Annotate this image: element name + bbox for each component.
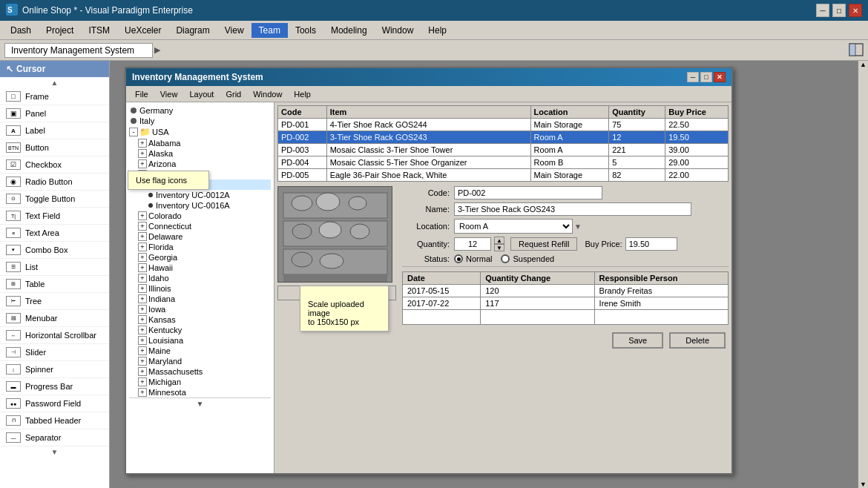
change-image-button[interactable]: Change Image xyxy=(277,286,396,300)
tree-node-alabama[interactable]: + Alabama xyxy=(129,138,271,148)
menu-tools[interactable]: Tools xyxy=(288,23,323,38)
sidebar-item-menubar[interactable]: ▤ Menubar xyxy=(0,310,109,327)
sidebar-item-progress-bar[interactable]: ▬ Progress Bar xyxy=(0,378,109,395)
tree-node-inventory-0016a[interactable]: Inventory UC-0016A xyxy=(129,200,271,211)
tree-node-kansas[interactable]: + Kansas xyxy=(129,314,271,325)
tree-node-indiana[interactable]: + Indiana xyxy=(129,294,271,304)
sidebar-item-spinner[interactable]: ↕ Spinner xyxy=(0,361,109,378)
history-row[interactable]: 2017-07-22 117 Irene Smith xyxy=(403,297,729,310)
history-row[interactable]: 2017-05-15 120 Brandy Freitas xyxy=(403,285,729,297)
menu-diagram[interactable]: Diagram xyxy=(168,23,217,38)
tree-node-california[interactable]: - California xyxy=(129,179,271,190)
sidebar-item-label[interactable]: A Label xyxy=(0,122,109,139)
name-input[interactable] xyxy=(454,202,691,216)
status-normal-radio[interactable] xyxy=(454,254,463,263)
location-select[interactable]: Room A Room B Main Storage xyxy=(454,219,573,234)
tree-node-minnesota[interactable]: + Minnesota xyxy=(129,387,271,398)
tree-node-arkansas[interactable]: + Arkansas xyxy=(129,169,271,179)
table-row[interactable]: PD-004 Mosaic Classic 5-Tier Shoe Organi… xyxy=(278,156,729,169)
massachusetts-expand[interactable]: + xyxy=(138,367,147,376)
main-scrollbar[interactable]: ▲ ▼ xyxy=(858,61,868,488)
request-refill-button[interactable]: Request Refill xyxy=(510,237,577,251)
tree-node-colorado[interactable]: + Colorado xyxy=(129,211,271,221)
hawaii-expand[interactable]: + xyxy=(138,263,147,272)
sidebar-item-separator[interactable]: — Separator xyxy=(0,429,109,446)
sidebar-item-text-area[interactable]: ≡ Text Area xyxy=(0,225,109,242)
florida-expand[interactable]: + xyxy=(138,243,147,251)
table-row[interactable]: PD-003 Mosaic Classic 3-Tier Shoe Tower … xyxy=(278,144,729,156)
tree-node-maine[interactable]: + Maine xyxy=(129,346,271,356)
tree-node-kentucky[interactable]: + Kentucky xyxy=(129,325,271,335)
inner-menu-view[interactable]: View xyxy=(154,88,184,100)
michigan-expand[interactable]: + xyxy=(138,377,147,386)
table-row[interactable]: PD-001 4-Tier Shoe Rack GOS244 Main Stor… xyxy=(278,119,729,131)
menu-project[interactable]: Project xyxy=(39,23,81,38)
menu-dash[interactable]: Dash xyxy=(3,23,39,38)
scroll-up-button[interactable]: ▲ xyxy=(860,61,867,68)
sidebar-item-horizontal-scrollbar[interactable]: ↔ Horizontal Scrollbar xyxy=(0,327,109,344)
idaho-expand[interactable]: + xyxy=(138,274,147,283)
usa-expand[interactable]: - xyxy=(129,128,138,136)
sidebar-scroll-down[interactable]: ▼ xyxy=(0,446,109,458)
maryland-expand[interactable]: + xyxy=(138,357,147,366)
maine-expand[interactable]: + xyxy=(138,346,147,355)
arizona-expand[interactable]: + xyxy=(138,159,147,168)
save-button[interactable]: Save xyxy=(612,332,663,349)
tree-node-delaware[interactable]: + Delaware xyxy=(129,231,271,242)
illinois-expand[interactable]: + xyxy=(138,284,147,293)
sidebar-item-table[interactable]: ⊞ Table xyxy=(0,276,109,293)
tree-node-michigan[interactable]: + Michigan xyxy=(129,377,271,387)
california-expand[interactable]: - xyxy=(138,180,147,189)
tree-node-germany[interactable]: Germany xyxy=(129,105,271,116)
menu-uexceler[interactable]: UeXceler xyxy=(117,23,168,38)
tree-node-connecticut[interactable]: + Connecticut xyxy=(129,221,271,231)
sidebar-item-button[interactable]: BTN Button xyxy=(0,139,109,156)
minimize-button[interactable]: ─ xyxy=(816,4,829,17)
menu-itsm[interactable]: ITSM xyxy=(81,23,117,38)
tree-node-alaska[interactable]: + Alaska xyxy=(129,148,271,159)
buy-price-input[interactable] xyxy=(625,237,677,251)
sidebar-item-checkbox[interactable]: ☑ Checkbox xyxy=(0,156,109,174)
alabama-expand[interactable]: + xyxy=(138,139,147,148)
quantity-up-button[interactable]: ▲ xyxy=(494,237,504,244)
sidebar-item-text-field[interactable]: T| Text Field xyxy=(0,208,109,225)
close-button[interactable]: ✕ xyxy=(849,4,862,17)
kansas-expand[interactable]: + xyxy=(138,315,147,324)
kentucky-expand[interactable]: + xyxy=(138,326,147,334)
code-input[interactable] xyxy=(454,186,602,200)
inner-menu-grid[interactable]: Grid xyxy=(220,88,247,100)
minnesota-expand[interactable]: + xyxy=(138,388,147,397)
sidebar-item-panel[interactable]: ▣ Panel xyxy=(0,105,109,122)
inner-minimize-button[interactable]: ─ xyxy=(687,72,699,82)
sidebar-item-slider[interactable]: ⊣ Slider xyxy=(0,344,109,361)
tree-node-idaho[interactable]: + Idaho xyxy=(129,273,271,283)
tree-node-usa[interactable]: - 📁 USA xyxy=(129,126,271,138)
inner-restore-button[interactable]: □ xyxy=(700,72,712,82)
iowa-expand[interactable]: + xyxy=(138,305,147,314)
quantity-down-button[interactable]: ▼ xyxy=(494,244,504,251)
sidebar-item-toggle-button[interactable]: ⊙ Toggle Button xyxy=(0,191,109,208)
sidebar-item-password-field[interactable]: ●● Password Field xyxy=(0,395,109,412)
colorado-expand[interactable]: + xyxy=(138,211,147,220)
maximize-button[interactable]: □ xyxy=(832,4,846,17)
sidebar-item-list[interactable]: ☰ List xyxy=(0,259,109,276)
connecticut-expand[interactable]: + xyxy=(138,222,147,231)
tree-node-illinois[interactable]: + Illinois xyxy=(129,283,271,294)
tree-node-hawaii[interactable]: + Hawaii xyxy=(129,263,271,273)
inner-close-button[interactable]: ✕ xyxy=(714,72,726,82)
table-row[interactable]: PD-005 Eagle 36-Pair Shoe Rack, White Ma… xyxy=(278,169,729,182)
tree-node-maryland[interactable]: + Maryland xyxy=(129,356,271,366)
tree-node-florida[interactable]: + Florida xyxy=(129,242,271,252)
status-suspended-option[interactable]: Suspended xyxy=(501,254,554,263)
inner-menu-file[interactable]: File xyxy=(129,88,154,100)
inner-menu-layout[interactable]: Layout xyxy=(183,88,220,100)
sidebar-item-combo-box[interactable]: ▾ Combo Box xyxy=(0,242,109,259)
menu-modeling[interactable]: Modeling xyxy=(323,23,375,38)
menu-team[interactable]: Team xyxy=(251,23,288,38)
sidebar-item-tree[interactable]: ⊢ Tree xyxy=(0,293,109,310)
georgia-expand[interactable]: + xyxy=(138,253,147,262)
tree-node-italy[interactable]: Italy xyxy=(129,116,271,126)
quantity-input[interactable] xyxy=(454,237,491,251)
sidebar-header-cursor[interactable]: ↖ Cursor xyxy=(0,61,109,77)
sidebar-scroll-up[interactable]: ▲ xyxy=(0,77,109,88)
